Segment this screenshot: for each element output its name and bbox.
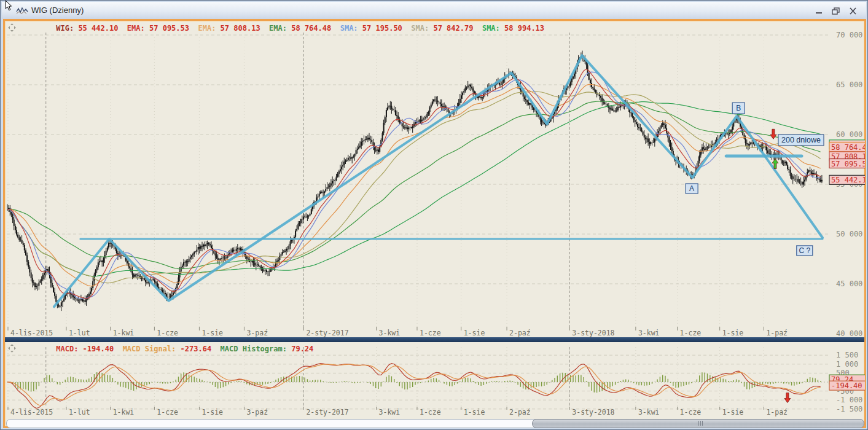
svg-text:-1 000: -1 000: [836, 396, 862, 404]
legend-label: EMA:: [198, 24, 220, 33]
svg-text:1-sie: 1-sie: [464, 329, 485, 337]
svg-text:1-lut: 1-lut: [69, 329, 90, 337]
main-chart-svg[interactable]: 70 00065 00060 00055 00050 00045 00040 0…: [6, 22, 865, 337]
svg-text:-194.40: -194.40: [831, 381, 862, 390]
chart-window: WIG (Dzienny) 70 00065 00060 00055 00050…: [0, 0, 868, 430]
legend-label: MACD Histogram:: [221, 345, 292, 353]
svg-text:3-kwi: 3-kwi: [379, 329, 401, 337]
svg-text:3-kwi: 3-kwi: [638, 408, 660, 416]
svg-text:1-paź: 1-paź: [766, 329, 788, 337]
legend-label: SMA:: [482, 24, 504, 33]
minimize-button[interactable]: [813, 7, 824, 15]
svg-text:1-cze: 1-cze: [680, 408, 702, 416]
window-titlebar[interactable]: WIG (Dzienny): [2, 2, 866, 19]
legend-label: WIG:: [56, 24, 78, 33]
chart-frame: 70 00065 00060 00055 00050 00045 00040 0…: [3, 19, 866, 428]
legend-label: EMA:: [127, 24, 149, 33]
legend-value: 57 808.13: [221, 24, 269, 33]
signal-arrow-down[interactable]: [770, 129, 776, 139]
svg-text:60 000: 60 000: [836, 130, 862, 139]
pane-drag-icon[interactable]: [8, 15, 52, 41]
svg-text:57 095.53: 57 095.53: [831, 160, 865, 168]
legend-value: -273.64: [181, 345, 221, 353]
macd-pane[interactable]: 1 5001 0005000-500-1 000-1 5004-lis-2015…: [6, 342, 864, 417]
pane-drag-icon[interactable]: [8, 336, 52, 362]
signal-arrow-down[interactable]: [784, 393, 791, 403]
svg-text:2-sty-2017: 2-sty-2017: [306, 408, 348, 416]
legend-value: 55 442.10: [78, 24, 127, 33]
svg-text:2-paź: 2-paź: [509, 329, 531, 337]
legend-value: 58 994.13: [504, 24, 553, 33]
svg-text:1-cze: 1-cze: [157, 329, 178, 337]
svg-text:1-cze: 1-cze: [420, 408, 441, 416]
svg-text:1 000: 1 000: [836, 360, 858, 369]
svg-text:3-sty-2018: 3-sty-2018: [572, 329, 614, 337]
legend-value: 57 195.50: [362, 24, 411, 33]
svg-text:1 500: 1 500: [836, 351, 858, 359]
macd-line: [7, 364, 821, 408]
ma-line-ema-15[interactable]: [7, 69, 821, 299]
legend-label: SMA:: [411, 24, 433, 33]
pane-splitter[interactable]: [5, 337, 864, 342]
svg-text:1-sie: 1-sie: [722, 329, 744, 337]
svg-text:2-sty-2017: 2-sty-2017: [306, 329, 348, 337]
legend-label: MACD Signal:: [123, 345, 181, 353]
scrollbar-thumb[interactable]: [532, 419, 864, 428]
macd-signal-line: [7, 364, 821, 405]
svg-text:1-cze: 1-cze: [420, 329, 441, 337]
svg-text:4-lis-2015: 4-lis-2015: [10, 408, 53, 416]
svg-text:1-sie: 1-sie: [201, 408, 223, 416]
svg-text:45 000: 45 000: [836, 280, 862, 288]
legend-label: EMA:: [269, 24, 291, 33]
svg-text:-1 500: -1 500: [836, 405, 862, 413]
svg-text:1-sie: 1-sie: [201, 329, 223, 337]
svg-text:3-kwi: 3-kwi: [638, 329, 660, 337]
macd-chart-svg[interactable]: 1 5001 0005000-500-1 000-1 5004-lis-2015…: [6, 342, 865, 417]
svg-text:1-cze: 1-cze: [680, 329, 702, 337]
scrollbar-grip: [698, 421, 703, 426]
svg-text:55 442.10: 55 442.10: [831, 176, 865, 184]
legend-value: 79.24: [291, 345, 323, 353]
svg-text:1-sie: 1-sie: [464, 408, 485, 416]
svg-text:3-kwi: 3-kwi: [379, 408, 401, 416]
macd-legend: MACD: -194.40 MACD Signal: -273.64 MACD …: [8, 344, 323, 353]
svg-text:3-paź: 3-paź: [246, 329, 268, 337]
main-axes: 70 00065 00060 00055 00050 00045 00040 0…: [7, 31, 862, 337]
close-button[interactable]: [848, 7, 859, 15]
svg-text:1-kwi: 1-kwi: [113, 408, 135, 416]
svg-text:1-paź: 1-paź: [766, 408, 788, 416]
horizontal-scrollbar[interactable]: [6, 419, 864, 428]
svg-text:1-kwi: 1-kwi: [113, 329, 135, 337]
svg-text:3-paź: 3-paź: [246, 408, 268, 416]
svg-text:50 000: 50 000: [836, 230, 862, 238]
legend-value: 57 095.53: [149, 24, 198, 33]
legend-label: SMA:: [340, 24, 362, 33]
svg-text:1-lut: 1-lut: [69, 408, 90, 416]
legend-value: 57 842.79: [433, 24, 482, 33]
main-price-pane[interactable]: 70 00065 00060 00055 00050 00045 00040 0…: [6, 22, 864, 337]
window-title: WIG (Dzienny): [31, 6, 84, 15]
svg-text:65 000: 65 000: [836, 80, 862, 89]
svg-text:1-cze: 1-cze: [157, 408, 178, 416]
trendline-elliott-zigzag[interactable]: [54, 55, 823, 307]
macd-axes: 1 5001 0005000-500-1 000-1 5004-lis-2015…: [7, 347, 862, 416]
svg-text:200 dniowe: 200 dniowe: [781, 136, 821, 144]
wave-label-text: B: [736, 104, 741, 112]
legend-value: -194.40: [83, 345, 123, 353]
wave-label-text: A: [689, 184, 694, 193]
main-chart-legend: WIG: 55 442.10 EMA: 57 095.53 EMA: 57 80…: [8, 23, 553, 33]
svg-text:2-paź: 2-paź: [509, 408, 531, 416]
svg-text:3-sty-2018: 3-sty-2018: [572, 408, 614, 416]
legend-label: MACD:: [56, 345, 82, 353]
candles-wicks: [7, 51, 822, 311]
svg-text:70 000: 70 000: [836, 31, 862, 39]
svg-text:1-sie: 1-sie: [722, 408, 744, 416]
svg-text:40 000: 40 000: [836, 329, 862, 337]
restore-button[interactable]: [831, 7, 842, 15]
legend-value: 58 764.48: [291, 24, 340, 33]
svg-text:58 764.48: 58 764.48: [831, 143, 865, 152]
wave-label-text: C ?: [799, 246, 810, 255]
